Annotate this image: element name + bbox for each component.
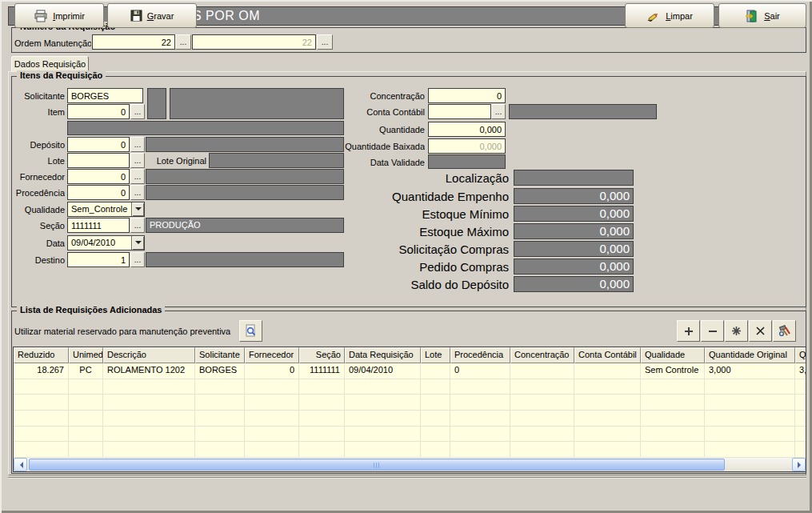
scrollbar-thumb[interactable] — [29, 459, 725, 471]
grid-header-cell[interactable]: Conta Contábil — [574, 347, 641, 363]
grid-header-cell[interactable]: Solicitante — [195, 347, 245, 363]
grid-header-row: ReduzidoUnimedDescriçãoSolicitanteFornec… — [14, 347, 806, 363]
requisicoes-grid[interactable]: ReduzidoUnimedDescriçãoSolicitanteFornec… — [13, 347, 806, 472]
grid-cell — [641, 442, 705, 458]
grid-cell — [421, 442, 450, 458]
grid-cell: 1111111 — [299, 363, 345, 379]
solicitante-input[interactable] — [67, 88, 143, 103]
ordem-manutencao-input-2[interactable] — [192, 34, 316, 50]
grid-header-cell[interactable]: Qualidade — [641, 347, 705, 363]
grid-header-cell[interactable]: Seção — [299, 347, 345, 363]
table-row[interactable] — [14, 427, 806, 443]
lote-input[interactable] — [67, 153, 130, 168]
saldo-deposito-label: Saldo do Depósito — [304, 278, 509, 292]
grid-cell — [195, 395, 245, 411]
grid-header-cell[interactable]: Descrição — [103, 347, 195, 363]
footer-panel — [8, 477, 806, 510]
grid-header-cell[interactable]: Qu — [795, 347, 806, 363]
limpar-label: Limpar — [666, 11, 693, 21]
table-row[interactable] — [14, 411, 806, 427]
tools-button[interactable] — [773, 320, 796, 342]
grid-header-cell[interactable]: Concentração — [510, 347, 574, 363]
ordem-browse-button[interactable]: ... — [175, 34, 191, 50]
add-row-button[interactable] — [677, 320, 700, 342]
cancel-row-button[interactable] — [749, 320, 772, 342]
tab-dados-requisicao[interactable]: Dados Requisição — [11, 56, 89, 72]
deposito-input[interactable] — [67, 137, 130, 152]
grid-cell — [450, 442, 510, 458]
secao-browse-button[interactable]: ... — [130, 218, 145, 233]
grid-horizontal-scrollbar[interactable] — [14, 458, 806, 471]
scroll-right-arrow-icon[interactable] — [792, 458, 806, 471]
secao-input[interactable] — [67, 218, 130, 233]
grid-cell — [574, 442, 641, 458]
deposito-label: Depósito — [11, 139, 65, 150]
grid-header-cell[interactable]: Fornecedor — [245, 347, 299, 363]
grid-cell — [705, 427, 795, 443]
grid-body[interactable]: 18.267PCROLAMENTO 1202BORGES0111111109/0… — [14, 363, 806, 458]
table-row[interactable]: 18.267PCROLAMENTO 1202BORGES0111111109/0… — [14, 363, 806, 379]
table-row[interactable] — [14, 395, 806, 411]
ordem-manutencao-input[interactable] — [92, 34, 175, 50]
destino-browse-button[interactable]: ... — [130, 252, 145, 267]
grid-header-cell[interactable]: Quantidade Original — [705, 347, 795, 363]
imprimir-button[interactable]: Imprimir — [14, 3, 104, 28]
chevron-down-icon[interactable] — [131, 236, 144, 250]
destino-input[interactable] — [67, 252, 130, 267]
estoque-maximo-display: 0,000 — [514, 223, 634, 239]
localizacao-label: Localização — [304, 171, 509, 186]
grid-cell — [705, 379, 795, 395]
quantidade-baixada-label: Quantidade Baixada — [320, 141, 425, 152]
grid-header-cell[interactable]: Lote — [421, 347, 450, 363]
lote-original-label: Lote Original — [144, 155, 206, 166]
data-validade-label: Data Validade — [320, 157, 425, 168]
sair-button[interactable]: Sair — [718, 3, 806, 28]
fornecedor-label: Fornecedor — [11, 171, 65, 182]
ordem-manutencao-label: Ordem Manutenção — [14, 38, 91, 49]
deposito-browse-button[interactable]: ... — [130, 137, 145, 152]
fornecedor-input[interactable] — [67, 169, 130, 184]
scroll-left-arrow-icon[interactable] — [14, 458, 27, 471]
grid-header-cell[interactable]: Procedência — [450, 347, 510, 363]
procedencia-label: Procedência — [11, 187, 65, 198]
grid-header-cell[interactable]: Data Requisição — [345, 347, 421, 363]
grid-cell — [103, 379, 195, 395]
grid-cell — [195, 411, 245, 427]
item-input[interactable] — [67, 104, 130, 119]
fornecedor-browse-button[interactable]: ... — [130, 169, 145, 184]
grid-cell: 0 — [245, 363, 299, 379]
conta-contabil-browse-button[interactable]: ... — [491, 104, 506, 119]
item-browse-button[interactable]: ... — [130, 104, 145, 119]
table-row[interactable] — [14, 379, 806, 395]
grid-cell — [510, 427, 574, 443]
ordem-browse-button-2[interactable]: ... — [317, 34, 333, 50]
preview-icon — [244, 324, 258, 338]
grid-cell — [450, 427, 510, 443]
procedencia-browse-button[interactable]: ... — [130, 185, 145, 200]
remove-row-button[interactable] — [701, 320, 724, 342]
add-icon — [684, 327, 694, 336]
grid-cell — [705, 411, 795, 427]
gravar-button[interactable]: Gravar — [107, 3, 197, 28]
procedencia-input[interactable] — [67, 185, 130, 200]
grid-cell — [795, 411, 806, 427]
estoque-maximo-label: Estoque Máximo — [304, 225, 509, 239]
grid-cell — [195, 427, 245, 443]
estoque-minimo-display: 0,000 — [514, 206, 634, 222]
qualidade-combobox[interactable]: Sem_Controle — [67, 202, 145, 217]
preview-button[interactable] — [239, 320, 262, 342]
chevron-down-icon[interactable] — [131, 202, 144, 216]
grid-cell — [103, 411, 195, 427]
grid-header-cell[interactable]: Reduzido — [14, 347, 69, 363]
quantidade-input[interactable] — [428, 122, 506, 137]
concentracao-input[interactable] — [428, 88, 506, 103]
table-row[interactable] — [14, 442, 806, 458]
edit-row-button[interactable] — [725, 320, 748, 342]
grid-cell — [245, 411, 299, 427]
grid-cell — [245, 442, 299, 458]
grid-header-cell[interactable]: Unimed — [69, 347, 103, 363]
limpar-button[interactable]: Limpar — [625, 3, 714, 28]
data-datepicker[interactable]: 09/04/2010 — [67, 235, 145, 250]
conta-contabil-input[interactable] — [428, 104, 491, 119]
lote-browse-button[interactable]: ... — [130, 153, 145, 168]
